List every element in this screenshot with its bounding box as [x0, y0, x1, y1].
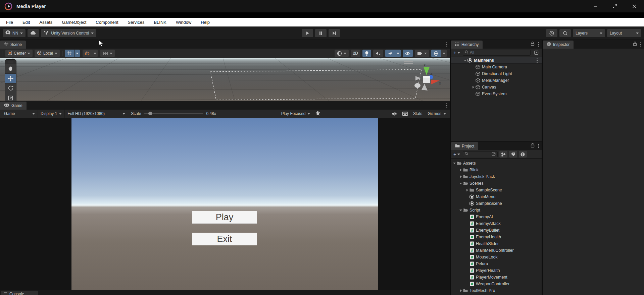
- grid-snap-options[interactable]: [75, 50, 80, 57]
- version-control-dropdown[interactable]: Unity Version Control: [41, 29, 96, 37]
- display-target-dropdown[interactable]: Game: [1, 110, 38, 118]
- hierarchy-row-directional-light[interactable]: Directional Light: [451, 70, 542, 77]
- audio-mute-toggle[interactable]: [373, 50, 383, 57]
- gizmos-toggle[interactable]: [431, 50, 441, 57]
- resolution-dropdown[interactable]: Full HD (1920x1080): [65, 110, 128, 118]
- increment-snap-options[interactable]: [92, 50, 98, 57]
- game-ui-exit-button[interactable]: Exit: [192, 233, 257, 245]
- game-ui-play-button[interactable]: Play: [192, 211, 257, 224]
- shading-mode-dropdown[interactable]: [335, 50, 349, 57]
- collapse-arrow[interactable]: [452, 162, 456, 165]
- collapse-arrow[interactable]: [459, 182, 463, 185]
- search-by-label-button[interactable]: [509, 151, 517, 158]
- expand-arrow[interactable]: [459, 175, 463, 178]
- play-button[interactable]: [302, 29, 313, 37]
- scale-slider[interactable]: [144, 113, 203, 114]
- scene-visibility-toggle[interactable]: [403, 50, 413, 57]
- project-row-joystick-pack[interactable]: Joystick Pack: [451, 173, 542, 180]
- menu-item-gameobject[interactable]: GameObject: [57, 18, 91, 26]
- tab-console[interactable]: Console: [1, 291, 38, 295]
- menu-item-blink[interactable]: BLINK: [149, 18, 171, 26]
- layers-dropdown[interactable]: Layers: [573, 29, 605, 37]
- undo-history-button[interactable]: [546, 29, 557, 37]
- hierarchy-row-main-camera[interactable]: Main Camera: [451, 64, 542, 70]
- project-row-playermovement[interactable]: #PlayerMovement: [451, 274, 542, 281]
- hierarchy-row-menumanager[interactable]: MenuManager: [451, 77, 542, 84]
- overlays-handle-icon[interactable]: [404, 61, 413, 65]
- picker-icon[interactable]: [492, 152, 496, 157]
- snap-settings-dropdown[interactable]: [100, 50, 115, 57]
- hierarchy-scene-row[interactable]: MainMenu: [451, 57, 542, 64]
- step-button[interactable]: [329, 29, 340, 37]
- hierarchy-add-button[interactable]: +: [452, 51, 461, 54]
- scale-slider-knob[interactable]: [148, 112, 152, 115]
- focus-mode-dropdown[interactable]: Play Focused: [279, 110, 313, 118]
- gizmos-options[interactable]: [441, 50, 447, 57]
- project-row-samplescene[interactable]: SampleScene: [451, 187, 542, 193]
- search-button[interactable]: [559, 29, 571, 37]
- expand-arrow[interactable]: [465, 188, 469, 192]
- tab-game[interactable]: Game: [0, 102, 27, 110]
- menu-item-services[interactable]: Services: [123, 18, 149, 26]
- picker-icon[interactable]: [532, 49, 540, 56]
- project-menu-kebab[interactable]: [538, 144, 539, 148]
- project-row-mouselook[interactable]: #MouseLook: [451, 254, 542, 260]
- menu-item-edit[interactable]: Edit: [18, 18, 35, 26]
- project-row-enemyhealth[interactable]: #EnemyHealth: [451, 234, 542, 240]
- game-menu-kebab[interactable]: [446, 103, 447, 108]
- project-row-enemyai[interactable]: #EnemyAI: [451, 214, 542, 220]
- hierarchy-search-input[interactable]: All: [463, 50, 531, 56]
- tab-inspector[interactable]: Inspector: [543, 41, 574, 49]
- toolbar-drag-handle[interactable]: [2, 51, 4, 56]
- hierarchy-row-canvas[interactable]: Canvas: [451, 84, 542, 91]
- 2d-toggle[interactable]: 2D: [351, 50, 360, 57]
- project-row-blink[interactable]: Blink: [451, 167, 542, 173]
- rotate-tool[interactable]: [5, 83, 16, 93]
- lighting-toggle[interactable]: [362, 50, 371, 57]
- effects-options[interactable]: [395, 50, 401, 57]
- tab-project[interactable]: Project: [451, 142, 478, 150]
- layout-dropdown[interactable]: Layout: [607, 29, 641, 37]
- project-row-enemyattack[interactable]: #EnemyAttack: [451, 220, 542, 227]
- hierarchy-row-eventsystem[interactable]: EventSystem: [451, 91, 542, 97]
- game-viewport[interactable]: Play Exit: [71, 118, 378, 290]
- menu-item-assets[interactable]: Assets: [35, 18, 57, 26]
- project-row-mainmenu[interactable]: MainMenu: [451, 193, 542, 200]
- game-gizmos-dropdown[interactable]: Gizmos: [425, 110, 449, 118]
- lock-icon[interactable]: [531, 42, 535, 47]
- project-row-mainmenucontroller[interactable]: #MainMenuController: [451, 247, 542, 254]
- rect-tool[interactable]: [5, 93, 16, 101]
- close-button[interactable]: [625, 0, 644, 12]
- tab-scene[interactable]: Scene: [0, 41, 26, 49]
- pause-button[interactable]: [315, 29, 327, 37]
- project-row-peluru[interactable]: #Peluru: [451, 260, 542, 267]
- collapse-arrow[interactable]: [463, 59, 467, 62]
- lock-icon[interactable]: [531, 143, 535, 149]
- scene-viewport[interactable]: y z x: [0, 58, 450, 101]
- move-tool[interactable]: [5, 73, 16, 83]
- collapse-arrow[interactable]: [459, 209, 463, 212]
- orientation-dropdown[interactable]: Local: [35, 50, 60, 57]
- scene-menu-kebab[interactable]: [446, 42, 447, 47]
- inspector-menu-kebab[interactable]: [640, 42, 641, 47]
- increment-snap-toggle[interactable]: [83, 50, 92, 57]
- device-simulator-button[interactable]: [400, 110, 410, 118]
- project-row-playerhealth[interactable]: #PlayerHealth: [451, 267, 542, 274]
- tools-drag-handle[interactable]: [5, 61, 16, 64]
- stats-toggle[interactable]: Stats: [410, 110, 425, 118]
- search-by-type-button[interactable]: [499, 151, 507, 158]
- project-row-weaponcontroller[interactable]: #WeaponController: [451, 281, 542, 287]
- debug-button[interactable]: [313, 110, 323, 118]
- project-row-scenes[interactable]: Scenes: [451, 180, 542, 187]
- effects-toggle[interactable]: [385, 50, 395, 57]
- expand-arrow[interactable]: [459, 289, 463, 292]
- scene-row-kebab[interactable]: [537, 58, 538, 63]
- grid-snap-toggle[interactable]: Y: [65, 50, 74, 57]
- camera-settings-dropdown[interactable]: [415, 50, 429, 57]
- menu-item-help[interactable]: Help: [196, 18, 214, 26]
- project-row-enemybullet[interactable]: #EnemyBullet: [451, 227, 542, 234]
- menu-item-component[interactable]: Component: [91, 18, 123, 26]
- menu-item-window[interactable]: Window: [171, 18, 196, 26]
- project-add-button[interactable]: +: [452, 153, 461, 156]
- display-dropdown[interactable]: Display 1: [38, 110, 64, 118]
